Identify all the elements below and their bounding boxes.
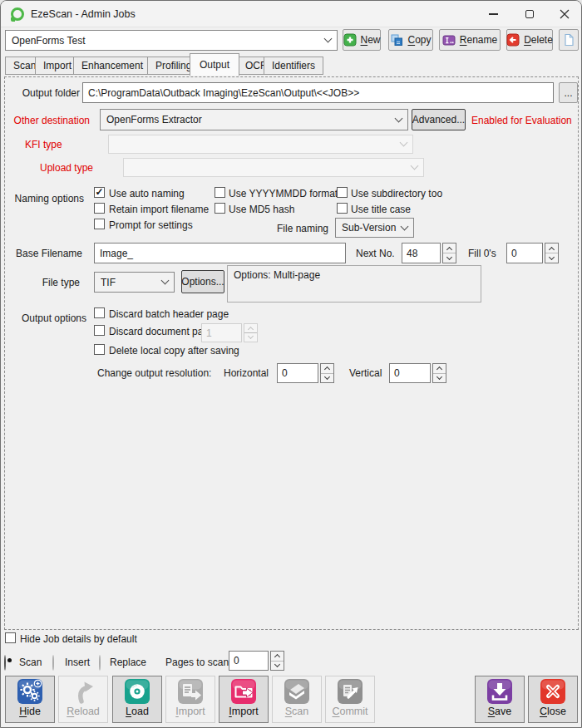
horizontal-resolution-stepper[interactable] bbox=[320, 363, 334, 383]
checkbox-discard-document-pages[interactable] bbox=[94, 325, 105, 336]
pages-to-scan-input[interactable]: 0 bbox=[229, 651, 269, 671]
discard-pages-stepper bbox=[244, 323, 258, 342]
spinner-down-icon bbox=[244, 332, 257, 342]
tab-enhancement[interactable]: Enhancement bbox=[73, 57, 151, 75]
delete-local-copy-label: Delete local copy after saving bbox=[109, 345, 239, 357]
load-button-label: Load bbox=[126, 706, 149, 717]
vertical-resolution-stepper[interactable] bbox=[432, 363, 446, 383]
vertical-resolution-input[interactable]: 0 bbox=[389, 363, 431, 383]
browse-folder-button[interactable]: ... bbox=[559, 82, 578, 103]
tab-identifiers[interactable]: Identifiers bbox=[264, 57, 323, 75]
hide-button[interactable]: Hide bbox=[5, 676, 55, 723]
discard-pages-input: 1 bbox=[201, 323, 242, 342]
chevron-down-icon bbox=[411, 162, 419, 170]
checkbox-retain-import-filename[interactable] bbox=[94, 203, 105, 214]
minimize-icon bbox=[489, 13, 498, 14]
fill-zeros-input[interactable]: 0 bbox=[506, 243, 543, 263]
chevron-down-icon bbox=[161, 277, 170, 285]
import-folder-icon bbox=[231, 679, 256, 704]
checkbox-use-subdirectory[interactable] bbox=[337, 187, 348, 198]
fill-zeros-stepper[interactable] bbox=[545, 243, 559, 263]
evaluation-status-text: Enabled for Evaluation bbox=[471, 115, 572, 126]
close-window-button[interactable] bbox=[546, 1, 582, 27]
output-folder-input[interactable]: C:\ProgramData\Outback Imaging\EzeScan\O… bbox=[82, 82, 554, 103]
next-no-stepper[interactable] bbox=[442, 243, 456, 263]
checkbox-use-title-case[interactable] bbox=[337, 203, 348, 214]
next-no-input[interactable]: 48 bbox=[402, 243, 441, 263]
next-no-label: Next No. bbox=[356, 248, 395, 259]
load-icon bbox=[125, 679, 150, 704]
scan-icon bbox=[284, 679, 309, 704]
chevron-down-icon bbox=[401, 222, 409, 230]
reload-button-label: Reload bbox=[67, 706, 100, 717]
copy-job-button[interactable]: Copy bbox=[388, 29, 433, 51]
vertical-label: Vertical bbox=[349, 367, 382, 379]
file-type-select[interactable]: TIF bbox=[94, 272, 175, 293]
use-title-case-label: Use title case bbox=[351, 204, 411, 215]
file-type-label: File type bbox=[9, 277, 80, 288]
horizontal-resolution-input[interactable]: 0 bbox=[277, 363, 318, 383]
spinner-down-icon[interactable] bbox=[321, 373, 333, 383]
checkbox-delete-local-copy[interactable] bbox=[94, 344, 105, 355]
job-select[interactable]: OpenForms Test bbox=[5, 30, 338, 51]
checkbox-prompt-for-settings[interactable] bbox=[94, 219, 105, 229]
minimize-button[interactable] bbox=[475, 1, 511, 27]
base-filename-input[interactable]: Image_ bbox=[94, 243, 346, 263]
other-destination-select[interactable]: OpenForms Extractor bbox=[100, 109, 408, 130]
save-button-label: Save bbox=[488, 706, 512, 717]
checkbox-use-md5-hash[interactable] bbox=[215, 203, 225, 214]
pages-to-scan-label: Pages to scan bbox=[165, 657, 229, 668]
checkbox-use-auto-naming[interactable]: ✓ bbox=[94, 187, 105, 198]
spinner-up-icon[interactable] bbox=[443, 243, 456, 253]
app-logo-icon bbox=[11, 7, 24, 21]
kfi-type-select bbox=[108, 135, 413, 154]
save-button[interactable]: Save bbox=[475, 676, 525, 723]
file-naming-label: File naming bbox=[255, 223, 328, 234]
rename-job-button[interactable]: Rename bbox=[439, 29, 501, 51]
chevron-down-icon bbox=[324, 35, 333, 43]
close-button[interactable]: Close bbox=[528, 676, 578, 723]
delete-job-button[interactable]: Delete bbox=[506, 29, 553, 51]
radio-scan[interactable] bbox=[4, 655, 6, 671]
maximize-button[interactable] bbox=[511, 1, 548, 27]
rename-button-label: Rename bbox=[460, 34, 497, 46]
checkbox-discard-batch-header[interactable] bbox=[94, 307, 105, 318]
spinner-up-icon[interactable] bbox=[271, 652, 284, 661]
horizontal-label: Horizontal bbox=[224, 367, 269, 379]
import-folder-button-label: Import bbox=[229, 706, 258, 717]
radio-replace[interactable] bbox=[99, 655, 101, 671]
retain-import-filename-label: Retain import filename bbox=[109, 204, 209, 215]
check-icon: ✓ bbox=[95, 188, 103, 197]
checkbox-hide-job-details[interactable] bbox=[5, 632, 16, 643]
hide-icon bbox=[17, 679, 42, 704]
commit-icon bbox=[338, 679, 363, 704]
advanced-button[interactable]: Advanced... bbox=[412, 109, 466, 130]
spinner-down-icon[interactable] bbox=[271, 661, 284, 671]
new-document-button[interactable] bbox=[559, 29, 579, 51]
radio-insert[interactable] bbox=[52, 655, 54, 671]
file-type-options-button[interactable]: Options... bbox=[181, 270, 224, 293]
kfi-type-label: KFI type bbox=[25, 139, 62, 150]
radio-replace-label: Replace bbox=[110, 657, 146, 668]
new-job-button[interactable]: New bbox=[343, 29, 381, 51]
pages-to-scan-stepper[interactable] bbox=[270, 651, 284, 671]
spinner-up-icon[interactable] bbox=[321, 364, 333, 373]
file-naming-select[interactable]: Sub-Version bbox=[335, 218, 414, 238]
fill-zeros-label: Fill 0's bbox=[468, 248, 496, 259]
spinner-down-icon[interactable] bbox=[433, 373, 446, 383]
spinner-up-icon[interactable] bbox=[433, 364, 446, 373]
use-subdirectory-label: Use subdirectory too bbox=[351, 188, 442, 199]
tab-output[interactable]: Output bbox=[190, 53, 239, 76]
delete-button-label: Delete bbox=[524, 34, 553, 46]
output-folder-label: Output folder bbox=[9, 87, 80, 99]
reload-icon bbox=[71, 679, 96, 704]
radio-scan-label: Scan bbox=[19, 657, 42, 668]
spinner-down-icon[interactable] bbox=[443, 253, 456, 263]
load-button[interactable]: Load bbox=[112, 676, 162, 723]
import-folder-button[interactable]: Import bbox=[219, 676, 269, 723]
spinner-down-icon[interactable] bbox=[545, 253, 558, 263]
discard-batch-header-label: Discard batch header page bbox=[109, 308, 229, 320]
delete-icon bbox=[506, 33, 520, 47]
spinner-up-icon[interactable] bbox=[545, 243, 558, 253]
checkbox-use-yyyymmdd[interactable] bbox=[215, 187, 225, 198]
